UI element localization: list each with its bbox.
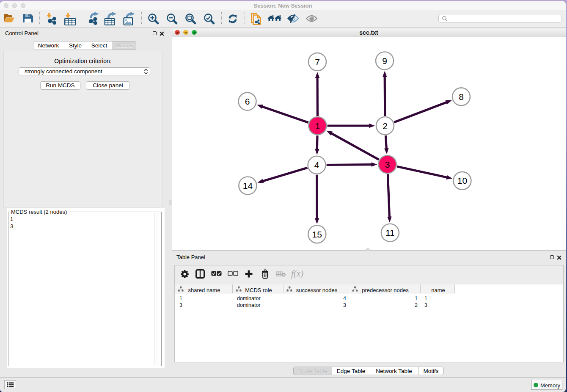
- svg-text:4: 4: [314, 160, 319, 170]
- svg-text:1: 1: [315, 121, 320, 131]
- svg-text:3: 3: [385, 160, 390, 169]
- svg-text:10: 10: [457, 176, 467, 185]
- svg-text:8: 8: [459, 92, 464, 102]
- svg-text:14: 14: [243, 181, 253, 190]
- svg-text:6: 6: [245, 97, 250, 106]
- svg-text:9: 9: [382, 56, 387, 66]
- svg-text:7: 7: [315, 57, 320, 67]
- svg-text:2: 2: [383, 121, 388, 131]
- svg-text:15: 15: [312, 229, 322, 239]
- svg-text:11: 11: [385, 228, 395, 237]
